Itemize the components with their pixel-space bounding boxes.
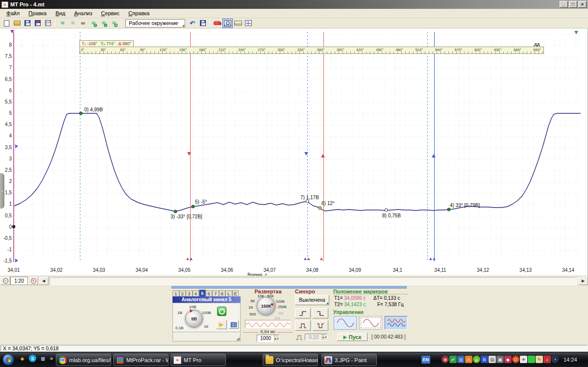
sync-rising-edge-button[interactable] (295, 308, 311, 318)
elapsed-timer: [ 00:00:42:483 ] (371, 334, 406, 340)
tray-icon[interactable]: ♪ (543, 356, 551, 363)
taskbar-button[interactable]: mlab.org.ua/files/he... (56, 354, 111, 366)
tray-icon[interactable]: ▣ (496, 356, 504, 363)
wave-tool-1-button[interactable]: ≈ (57, 19, 68, 28)
play-icon: ▶ (220, 321, 223, 328)
maximize-button[interactable]: □ (569, 1, 577, 8)
zoom-in-button[interactable]: + (28, 277, 38, 285)
center-tool-button[interactable] (243, 19, 253, 28)
single-sweep-button[interactable] (334, 316, 357, 330)
knob-scale-label: 0,1В (175, 326, 183, 330)
car-tool-button[interactable] (212, 19, 222, 28)
samples-spinner[interactable]: 1000 ▲▼ (257, 335, 279, 342)
continuous-sweep-button[interactable] (385, 316, 408, 330)
knob-scale-label: 500 (249, 312, 256, 316)
glasses-icon: ∞ (81, 20, 85, 26)
save-button[interactable] (22, 19, 32, 28)
menu-item[interactable]: Вид (51, 9, 70, 17)
glasses-tool-button[interactable]: ∞ (78, 19, 88, 28)
data-point-label: 0) 4,99В (84, 107, 103, 112)
data-point-label: 3) -33° [0,72В] (171, 214, 202, 219)
zoom-scroll-bar: − 1:20 + ◀ ▶ (0, 276, 588, 286)
sync-level-spinner[interactable]: 0,10 ▲▼ (305, 334, 327, 341)
menubar: ФайлПравкаВидАнализСервисСправка (0, 9, 588, 18)
save-as-button[interactable] (32, 19, 43, 28)
taskbar-button[interactable]: 3.JPG - Paint (321, 354, 377, 366)
workspace-dropdown[interactable]: Рабочее окружение (125, 19, 185, 27)
sync-mode-value: Выключена (299, 297, 325, 303)
zoom-out-button[interactable]: − (0, 277, 10, 285)
language-indicator[interactable]: EN (421, 356, 430, 364)
sine-dashed-icon (362, 318, 380, 328)
wave-check-button[interactable]: ≈✓ (88, 19, 98, 28)
sync-falling-edge-button[interactable] (313, 308, 328, 318)
menu-item[interactable]: Сервис (97, 9, 124, 17)
start-button[interactable]: ▶ Пуск (337, 333, 368, 341)
undo-button[interactable]: ↶ (187, 19, 197, 28)
knob-scale-label: 1В (177, 311, 182, 315)
menu-item[interactable]: Анализ (70, 9, 97, 17)
save-workspace-button[interactable] (197, 19, 208, 28)
channel-play-button[interactable]: ▶ (216, 320, 227, 329)
menu-item[interactable]: Правка (24, 9, 51, 17)
channel-power-button[interactable] (217, 307, 226, 316)
chart-plot[interactable]: 87,576,565,554,543,532,521,510,50-0,5-1-… (0, 28, 588, 276)
titlebar: ≈ MT Pro - 4.mt _ □ × (0, 0, 588, 9)
taskbar-button-label: mlab.org.ua/files/he... (69, 357, 111, 363)
scroll-right-button[interactable]: ▶ (578, 277, 588, 285)
sine-icon (336, 317, 355, 328)
menu-item[interactable]: Справка (124, 9, 154, 17)
sweep-preview-wave-icon (245, 320, 291, 329)
center-icon (245, 20, 252, 26)
sync-pulse-neg-button[interactable] (313, 320, 328, 331)
taskbar-button[interactable]: O:\cpectra\Новая ... (263, 354, 318, 366)
wave-add-button[interactable]: ≈+ (98, 19, 109, 28)
tray-icon[interactable]: B (481, 356, 488, 363)
tray-icon[interactable]: ▤ (489, 356, 496, 363)
save-all-button[interactable] (43, 19, 53, 28)
tray-icon[interactable]: ◆ (504, 356, 512, 363)
taskbar-button[interactable]: MT Pro (171, 354, 226, 366)
sync-level-value: 0,10 (305, 334, 322, 340)
tray-icon[interactable] (528, 356, 535, 363)
channel-panel: 12345678LE Аналоговый канал 5 5В 10В100В… (172, 288, 242, 342)
pulse-negative-icon (316, 322, 325, 329)
status-bar: X = 34,0347; Y5 = 0,618 (0, 344, 588, 352)
tray-icon[interactable]: ◔ (551, 356, 559, 363)
menu-item[interactable]: Файл (2, 9, 24, 17)
tray-icon[interactable]: ▥ (457, 356, 465, 363)
scrollbar-track[interactable] (49, 277, 577, 285)
taskbar-button-icon (59, 356, 67, 364)
wave-check-icon: ≈✓ (92, 20, 95, 26)
side-panel-handle[interactable]: › (0, 173, 4, 209)
spinner-arrows-icon[interactable]: ▲▼ (322, 334, 327, 340)
open-file-button[interactable] (12, 19, 22, 28)
channel-calc-button[interactable] (229, 320, 239, 329)
ruler-tool-button[interactable] (233, 19, 243, 28)
spinner-arrows-icon[interactable]: ▲▼ (274, 335, 279, 341)
tray-icon[interactable]: ✈ (520, 356, 527, 363)
tray-icon[interactable]: O (512, 356, 519, 363)
new-file-button[interactable] (1, 19, 12, 28)
minimize-button[interactable]: _ (560, 1, 568, 8)
tray-icon[interactable]: ✎ (536, 356, 543, 363)
tray-icon[interactable]: µ (473, 356, 480, 363)
wave-run-button[interactable]: ≈● (109, 19, 119, 28)
sweep-preview (245, 320, 291, 328)
wave-add-icon: ≈+ (102, 20, 105, 26)
taskbar-button[interactable]: MtProPack.rar - Win... (113, 354, 169, 366)
save-as-icon (35, 20, 41, 26)
scroll-left-button[interactable]: ◀ (39, 277, 49, 285)
sync-mode-dropdown[interactable]: Выключена (295, 295, 329, 305)
sync-pulse-pos-button[interactable] (295, 320, 311, 331)
zoom-tool-button[interactable] (222, 19, 233, 28)
save-all-icon (45, 20, 51, 26)
tray-icon[interactable]: ⊗ (441, 356, 449, 363)
close-button[interactable]: × (578, 1, 587, 8)
periodic-sweep-button[interactable] (359, 316, 382, 330)
wave-tool-2-button[interactable]: ≈ (68, 19, 78, 28)
dt-readout: ΔT= 0,133 с (373, 295, 400, 301)
multi-wave-icon (387, 317, 406, 328)
tray-icon[interactable]: А (465, 356, 472, 363)
tray-icon[interactable]: ✔ (449, 356, 457, 363)
